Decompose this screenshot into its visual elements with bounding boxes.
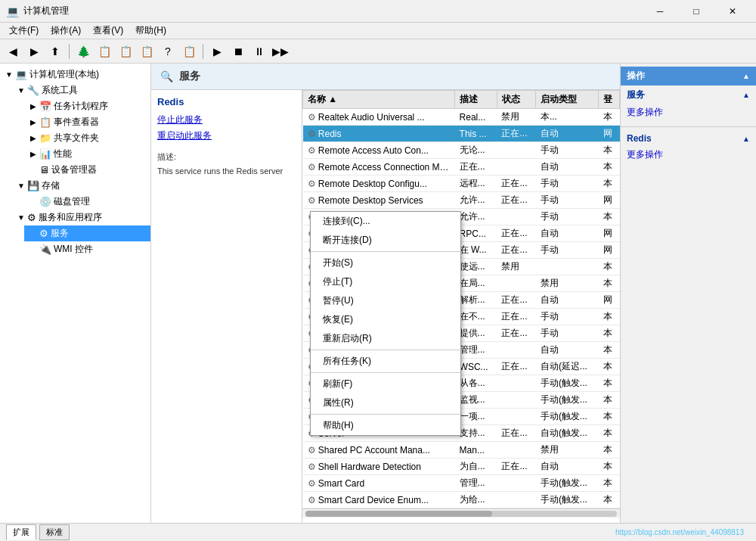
redis-action-section: Redis ▲ 更多操作 <box>621 130 756 166</box>
wmi-label: WMI 控件 <box>54 243 93 256</box>
services-expand[interactable] <box>27 228 39 240</box>
maximize-button[interactable]: □ <box>679 0 714 23</box>
new-window[interactable]: 📋 <box>116 42 135 61</box>
tree-wmi[interactable]: 🔌 WMI 控件 <box>24 241 150 257</box>
tree-device-manager[interactable]: 🖥 设备管理器 <box>24 162 150 178</box>
table-header-row: 名称 ▲ 描述 状态 启动类型 登 <box>303 91 620 109</box>
table-row[interactable]: ⚙ Realtek Audio Universal ...Real...禁用本.… <box>303 109 620 126</box>
action-collapse-icon[interactable]: ▲ <box>742 72 750 80</box>
table-row[interactable]: ⚙ Remote Access Connection Manager正在...自… <box>303 159 620 176</box>
up-one-level[interactable]: 📋 <box>94 42 114 61</box>
disk-icon: 💿 <box>39 196 51 207</box>
event-expand[interactable]: ▶ <box>27 117 39 129</box>
minimize-button[interactable]: ─ <box>643 0 677 23</box>
services-action-collapse[interactable]: ▲ <box>742 91 750 99</box>
services-apps-expand[interactable]: ▼ <box>15 212 27 224</box>
row-icon: ⚙ <box>308 445 316 455</box>
app-icon: 💻 <box>6 5 19 17</box>
table-row[interactable]: ⚙ Remote Access Auto Con...无论...手动本 <box>303 142 620 159</box>
ctx-help[interactable]: 帮助(H) <box>311 416 460 435</box>
disk-expand[interactable] <box>27 196 39 208</box>
tree-performance[interactable]: ▶ 📊 性能 <box>24 146 150 162</box>
table-row[interactable]: ⚙ Smart Card Device Enum...为给...手动(触发...… <box>303 492 620 508</box>
col-status[interactable]: 状态 <box>497 91 535 109</box>
restart-service[interactable]: ▶▶ <box>271 42 290 61</box>
menu-action[interactable]: 操作(A) <box>45 23 87 39</box>
table-row[interactable]: ⚙ Shared PC Account Mana...Man...禁用本 <box>303 442 620 459</box>
services-apps-children: ⚙ 服务 🔌 WMI 控件 <box>12 225 150 257</box>
menu-file[interactable]: 文件(F) <box>3 23 45 39</box>
wmi-expand[interactable] <box>27 244 39 256</box>
export-list[interactable]: 📋 <box>137 42 156 61</box>
tree-task-scheduler[interactable]: ▶ 📅 任务计划程序 <box>24 98 150 114</box>
tab-extended[interactable]: 扩展 <box>6 524 36 540</box>
forward-button[interactable]: ▶ <box>24 42 44 61</box>
row-icon: ⚙ <box>308 195 316 206</box>
close-button[interactable]: ✕ <box>715 0 750 23</box>
system-tools-expand[interactable]: ▼ <box>15 85 27 97</box>
table-row[interactable]: ⚙ RedisThis ...正在...自动网 <box>303 126 620 142</box>
menu-view[interactable]: 查看(V) <box>87 23 129 39</box>
tree-storage[interactable]: ▼ 💾 存储 <box>12 178 150 194</box>
tree-services-apps[interactable]: ▼ ⚙ 服务和应用程序 <box>12 210 150 225</box>
tree-root[interactable]: ▼ 💻 计算机管理(本地) <box>0 67 150 82</box>
device-expand[interactable] <box>27 164 39 176</box>
help[interactable]: ? <box>158 42 178 61</box>
properties[interactable]: 📋 <box>179 42 199 61</box>
redis-action-collapse[interactable]: ▲ <box>742 135 750 143</box>
disk-label: 磁盘管理 <box>54 195 90 208</box>
action-panel-title: 操作 ▲ <box>621 67 756 86</box>
tab-standard[interactable]: 标准 <box>39 524 70 540</box>
ctx-pause[interactable]: 暂停(U) <box>311 291 460 310</box>
row-icon: ⚙ <box>308 145 316 156</box>
tree-disk-management[interactable]: 💿 磁盘管理 <box>24 194 150 210</box>
more-actions-link-1[interactable]: 更多操作 <box>627 104 750 120</box>
status-bar: 扩展 标准 https://blog.csdn.net/weixin_44098… <box>0 523 756 541</box>
perf-expand[interactable]: ▶ <box>27 148 39 160</box>
col-name[interactable]: 名称 ▲ <box>303 91 455 109</box>
ctx-refresh[interactable]: 刷新(F) <box>311 375 460 393</box>
ctx-disconnect[interactable]: 断开连接(D) <box>311 231 460 250</box>
service-info-panel: Redis 停止此服务 重启动此服务 描述: This service runs… <box>151 90 302 523</box>
perf-icon: 📊 <box>39 148 51 160</box>
ctx-start[interactable]: 开始(S) <box>311 253 460 272</box>
tree-shared-folders[interactable]: ▶ 📁 共享文件夹 <box>24 130 150 146</box>
ctx-all-tasks[interactable]: 所有任务(K) <box>311 352 460 371</box>
root-expand-icon[interactable]: ▼ <box>3 69 15 81</box>
stop-service-link[interactable]: 停止此服务 <box>157 113 296 126</box>
table-row[interactable]: ⚙ Remote Desktop Configu...远程...正在...手动本 <box>303 176 620 192</box>
more-actions-link-2[interactable]: 更多操作 <box>627 147 750 163</box>
task-expand[interactable]: ▶ <box>27 101 39 113</box>
table-row[interactable]: ⚙ Smart Card管理...手动(触发...本 <box>303 475 620 492</box>
tree-system-tools[interactable]: ▼ 🔧 系统工具 <box>12 82 150 98</box>
shared-expand[interactable]: ▶ <box>27 132 39 145</box>
show-hide-console-tree[interactable]: 🌲 <box>73 42 93 61</box>
table-row[interactable]: ⚙ Shell Hardware Detection为自...正在...自动本 <box>303 459 620 475</box>
storage-expand[interactable]: ▼ <box>15 180 27 192</box>
services-action-section: 服务 ▲ 更多操作 <box>621 86 756 123</box>
table-row[interactable]: ⚙ Remote Desktop Services允许...正在...手动网 <box>303 192 620 209</box>
device-icon: 🖥 <box>39 164 49 176</box>
row-icon: ⚙ <box>308 179 316 189</box>
ctx-restart[interactable]: 重新启动(R) <box>311 329 460 348</box>
pause-service[interactable]: ⏸ <box>249 42 269 61</box>
root-label: 计算机管理(本地) <box>29 68 99 81</box>
ctx-resume[interactable]: 恢复(E) <box>311 310 460 329</box>
window-controls: ─ □ ✕ <box>643 0 750 23</box>
col-desc[interactable]: 描述 <box>455 91 497 109</box>
up-button[interactable]: ⬆ <box>45 42 65 61</box>
system-tools-label: 系统工具 <box>42 84 78 97</box>
ctx-properties[interactable]: 属性(R) <box>311 393 460 412</box>
col-startup[interactable]: 启动类型 <box>536 91 599 109</box>
ctx-stop[interactable]: 停止(T) <box>311 272 460 291</box>
col-login[interactable]: 登 <box>599 91 620 109</box>
restart-service-link[interactable]: 重启动此服务 <box>157 129 296 142</box>
stop-service[interactable]: ⏹ <box>228 42 248 61</box>
tree-event-viewer[interactable]: ▶ 📋 事件查看器 <box>24 114 150 130</box>
ctx-connect[interactable]: 连接到(C)... <box>311 212 460 231</box>
start-service[interactable]: ▶ <box>207 42 227 61</box>
tree-level-1: ▼ 🔧 系统工具 ▶ 📅 任务计划程序 ▶ 📋 事件查看器 ▶ 📁 <box>0 82 150 257</box>
menu-help[interactable]: 帮助(H) <box>129 23 172 39</box>
tree-services[interactable]: ⚙ 服务 <box>24 225 150 241</box>
back-button[interactable]: ◀ <box>3 42 23 61</box>
